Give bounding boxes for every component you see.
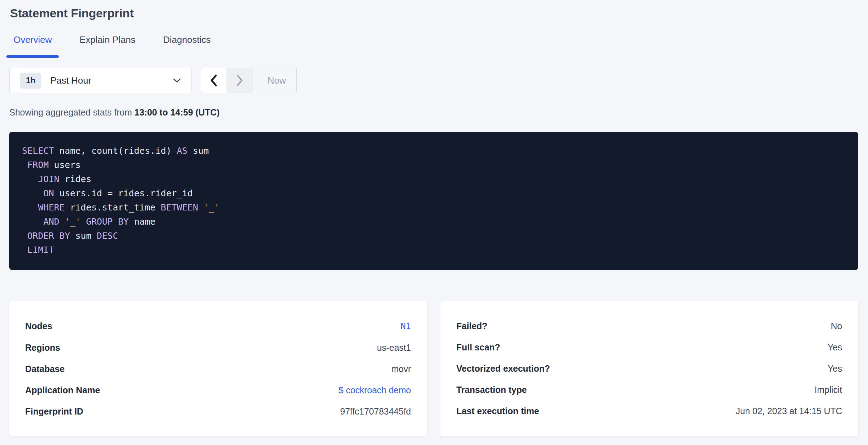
row-value-regions: us-east1 [377,342,411,353]
card-row-fingerprint-id: Fingerprint ID97ffc170783445fd [25,401,411,422]
row-label-database: Database [25,364,65,374]
time-interval-badge: 1h [20,73,41,89]
card-row-failed: Failed?No [456,315,842,337]
card-row-transaction-type: Transaction typeImplicit [456,379,842,400]
chevron-left-icon [210,74,218,86]
row-value-vectorized-execution: Yes [828,363,842,374]
sql-statement-box: SELECT name, count(rides.id) AS sum FROM… [9,132,858,270]
time-interval-label: Past Hour [50,75,173,86]
chevron-down-icon [173,78,181,83]
statement-fingerprint-page: Statement Fingerprint Overview Explain P… [0,6,868,445]
row-value-full-scan: Yes [828,342,842,353]
tab-overview[interactable]: Overview [13,34,52,57]
card-row-regions: Regionsus-east1 [25,337,411,358]
row-label-regions: Regions [25,342,60,353]
tab-explain-plans[interactable]: Explain Plans [79,34,135,57]
row-value-transaction-type: Implicit [814,384,842,395]
tab-bar: Overview Explain Plans Diagnostics [9,34,858,57]
row-label-fingerprint-id: Fingerprint ID [25,406,83,417]
stats-prefix: Showing aggregated stats from [9,107,134,117]
aggregated-stats-summary: Showing aggregated stats from 13:00 to 1… [9,107,858,118]
now-button[interactable]: Now [257,68,297,93]
row-label-last-execution-time: Last execution time [456,406,539,416]
card-row-vectorized-execution: Vectorized execution?Yes [456,358,842,379]
next-time-button[interactable] [227,68,252,93]
sql-statement-text: SELECT name, count(rides.id) AS sum FROM… [22,144,847,257]
row-label-full-scan: Full scan? [456,342,500,353]
row-label-failed: Failed? [456,321,488,331]
card-row-full-scan: Full scan?Yes [456,337,842,358]
row-label-vectorized-execution: Vectorized execution? [456,363,550,374]
prev-time-button[interactable] [201,68,227,93]
tab-diagnostics[interactable]: Diagnostics [163,34,211,57]
row-value-fingerprint-id: 97ffc170783445fd [340,406,411,417]
row-label-nodes: Nodes [25,321,52,331]
time-step-buttons [201,68,252,93]
summary-card-execution-attributes: Failed?NoFull scan?YesVectorized executi… [440,301,858,436]
row-value-database: movr [391,364,411,374]
row-value-last-execution-time: Jun 02, 2023 at 14:15 UTC [736,406,842,416]
card-row-database: Databasemovr [25,358,411,379]
card-row-application-name: Application Name$ cockroach demo [25,379,411,401]
chevron-right-icon [236,74,244,86]
row-value-application-name[interactable]: $ cockroach demo [339,385,411,395]
summary-card-statement-details: NodesN1Regionsus-east1DatabasemovrApplic… [9,301,427,436]
card-row-last-execution-time: Last execution timeJun 02, 2023 at 14:15… [456,400,842,422]
row-label-application-name: Application Name [25,385,100,395]
row-value-nodes[interactable]: N1 [401,321,411,332]
row-label-transaction-type: Transaction type [456,384,527,395]
card-row-nodes: NodesN1 [25,315,411,337]
time-interval-dropdown[interactable]: 1h Past Hour [9,68,191,93]
time-controls: 1h Past Hour [9,68,858,93]
page-title: Statement Fingerprint [10,6,858,20]
summary-cards: NodesN1Regionsus-east1DatabasemovrApplic… [9,301,858,436]
stats-range: 13:00 to 14:59 (UTC) [134,107,219,117]
row-value-failed: No [831,321,842,331]
